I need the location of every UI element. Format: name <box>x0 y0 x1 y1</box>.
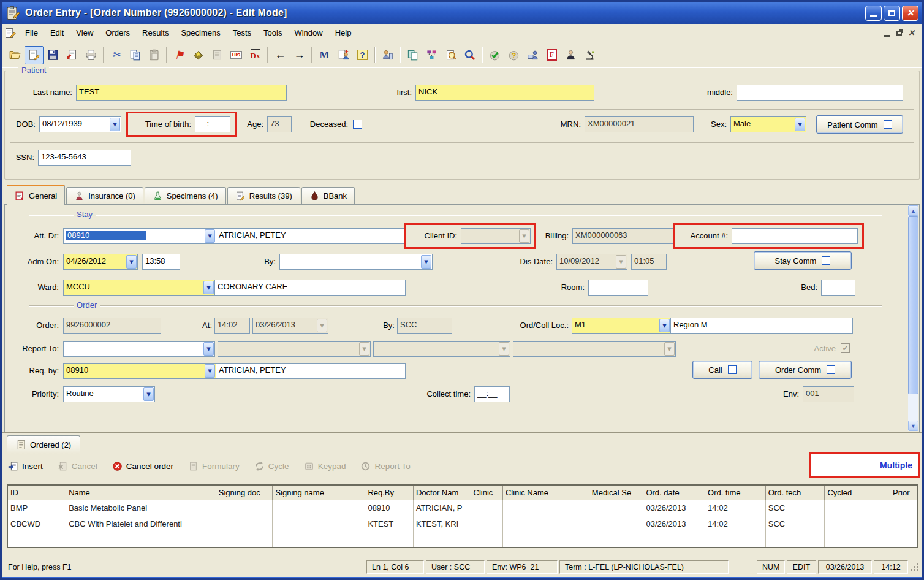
find-document-icon[interactable] <box>441 46 460 64</box>
import-document-icon[interactable] <box>62 46 81 64</box>
chevron-down-icon[interactable] <box>421 255 431 269</box>
account-field[interactable] <box>732 228 858 244</box>
tab-bbank[interactable]: BBank <box>301 187 355 204</box>
deceased-checkbox[interactable] <box>353 120 362 129</box>
add-person-icon[interactable] <box>334 46 353 64</box>
adm-by-combo[interactable] <box>279 254 433 270</box>
flag-icon[interactable] <box>170 46 189 64</box>
call-checkbox[interactable] <box>728 365 737 374</box>
user-terminal-icon[interactable] <box>523 46 542 64</box>
workflow-tree-icon[interactable] <box>422 46 441 64</box>
query-status-icon[interactable]: ? <box>504 46 523 64</box>
lab-kit-icon[interactable] <box>189 46 208 64</box>
search-icon[interactable] <box>460 46 479 64</box>
tab-results[interactable]: Results (39) <box>227 187 300 204</box>
column-header[interactable]: Prior <box>890 485 918 500</box>
chevron-down-icon[interactable] <box>205 364 215 378</box>
order-entry-icon[interactable] <box>25 46 44 64</box>
first-name-field[interactable]: NICK <box>415 85 594 101</box>
adm-date-combo[interactable]: 04/26/2012 <box>63 254 138 270</box>
column-header[interactable]: Clinic <box>471 485 502 500</box>
column-header[interactable]: Ord. time <box>705 485 766 500</box>
chevron-down-icon[interactable] <box>659 319 670 332</box>
insert-button[interactable]: Insert <box>8 461 43 471</box>
close-button[interactable] <box>902 6 918 21</box>
scroll-up-icon[interactable]: ▲ <box>908 205 918 216</box>
tab-specimens[interactable]: Specimens (4) <box>145 187 226 204</box>
report-to-combo-1[interactable] <box>63 341 215 357</box>
paste-icon[interactable] <box>145 46 164 64</box>
column-header[interactable]: Req.By <box>365 485 414 500</box>
order-comm-button[interactable]: Order Comm <box>759 361 852 379</box>
copy-icon[interactable] <box>126 46 145 64</box>
menu-view[interactable]: View <box>70 26 99 40</box>
menu-specimens[interactable]: Specimens <box>175 26 226 40</box>
patient-comm-checkbox[interactable] <box>884 120 892 129</box>
scroll-down-icon[interactable]: ▼ <box>908 421 918 431</box>
stay-comm-checkbox[interactable] <box>822 256 830 265</box>
chevron-down-icon[interactable] <box>143 387 154 401</box>
report-to-combo-4[interactable] <box>513 341 676 357</box>
patient-comm-button[interactable]: Patient Comm <box>816 115 903 134</box>
column-header[interactable]: ID <box>7 485 66 500</box>
column-header[interactable]: Cycled <box>825 485 890 500</box>
mdi-restore-button[interactable] <box>896 31 902 36</box>
chevron-down-icon[interactable] <box>126 255 137 269</box>
report-to-combo-2[interactable] <box>218 341 371 357</box>
dis-date-combo[interactable]: 10/09/2012 <box>556 254 627 270</box>
adm-time-field[interactable]: 13:58 <box>142 254 180 270</box>
report-to-combo-3[interactable] <box>373 341 510 357</box>
req-by-combo[interactable]: 08910 <box>63 363 216 379</box>
menu-help[interactable]: Help <box>329 26 358 40</box>
order-comm-checkbox[interactable] <box>827 365 835 374</box>
bed-field[interactable] <box>821 280 855 296</box>
menu-file[interactable]: File <box>19 26 44 40</box>
chevron-down-icon[interactable] <box>203 281 214 294</box>
priority-combo[interactable]: Routine <box>63 386 155 402</box>
monogram-m-icon[interactable]: M <box>315 46 334 64</box>
table-row[interactable] <box>7 532 918 548</box>
patient-info-icon[interactable] <box>378 46 397 64</box>
column-header[interactable]: Medical Se <box>589 485 643 500</box>
column-header[interactable]: Signing name <box>273 485 365 500</box>
menu-edit[interactable]: Edit <box>44 26 70 40</box>
ssn-field[interactable]: 123-45-5643 <box>38 150 131 166</box>
vertical-scrollbar[interactable]: ▲ ▼ <box>908 205 918 431</box>
open-icon[interactable] <box>6 46 25 64</box>
save-icon[interactable] <box>44 46 62 64</box>
menu-tests[interactable]: Tests <box>227 26 257 40</box>
mdi-minimize-button[interactable] <box>884 29 890 37</box>
room-field[interactable] <box>588 280 648 296</box>
minimize-button[interactable] <box>865 6 882 21</box>
table-row[interactable]: CBCWD CBC With Platelet and Differenti K… <box>7 516 918 532</box>
ward-combo[interactable]: MCCU <box>63 280 215 296</box>
tab-insurance[interactable]: Insurance (0) <box>66 187 143 204</box>
column-header[interactable]: Name <box>66 485 216 500</box>
collect-time-field[interactable]: __:__ <box>474 386 510 402</box>
column-header[interactable]: Ord. date <box>643 485 705 500</box>
duplicate-pages-icon[interactable] <box>403 46 422 64</box>
multiple-link[interactable]: Multiple <box>880 460 912 470</box>
maximize-button[interactable] <box>884 6 900 21</box>
ord-coll-loc-combo[interactable]: M1 <box>572 318 671 334</box>
sex-combo[interactable]: Male <box>730 116 806 132</box>
menu-orders[interactable]: Orders <box>99 26 136 40</box>
menu-window[interactable]: Window <box>288 26 328 40</box>
his-icon[interactable]: HIS <box>227 46 246 64</box>
table-row[interactable]: BMP Basic Metabolic Panel 08910 ATRICIAN… <box>7 500 918 516</box>
scrollbar-thumb[interactable] <box>908 216 918 394</box>
column-header[interactable]: Doctor Nam <box>413 485 471 500</box>
physician-icon[interactable] <box>561 46 580 64</box>
cut-icon[interactable] <box>107 46 126 64</box>
menu-tools[interactable]: Tools <box>257 26 288 40</box>
print-icon[interactable] <box>81 46 100 64</box>
validate-check-icon[interactable] <box>485 46 504 64</box>
dx-icon[interactable]: Dx <box>246 46 265 64</box>
call-button[interactable]: Call <box>692 361 752 379</box>
middle-name-field[interactable] <box>737 85 903 101</box>
att-dr-combo[interactable]: 08910 <box>63 228 216 244</box>
time-of-birth-field[interactable]: __:__ <box>195 116 230 132</box>
chevron-down-icon[interactable] <box>110 118 120 131</box>
tab-ordered[interactable]: Ordered (2) <box>7 435 80 454</box>
stay-comm-button[interactable]: Stay Comm <box>754 251 852 270</box>
